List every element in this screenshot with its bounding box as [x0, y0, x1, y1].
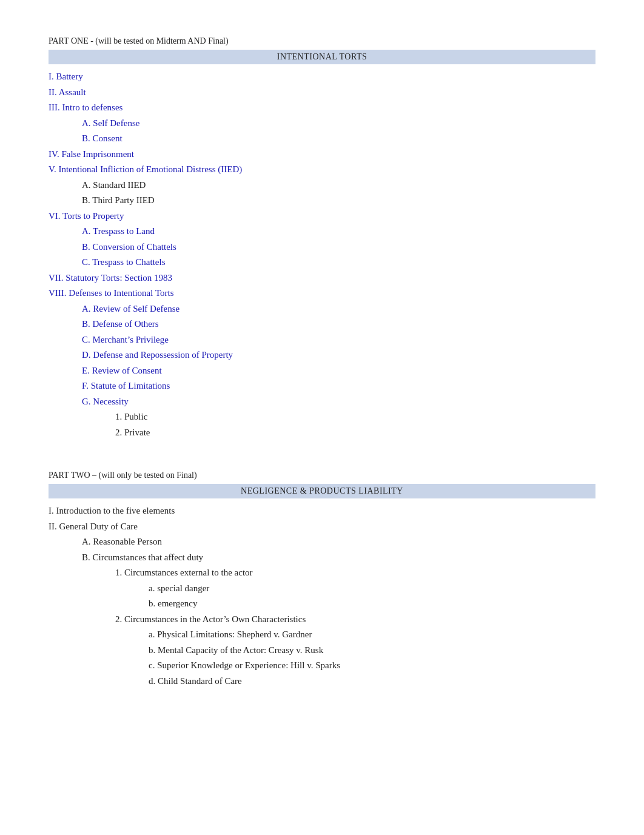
outline-item-18[interactable]: D. Defense and Repossession of Property: [82, 347, 595, 363]
outline-item-8[interactable]: a. Physical Limitations: Shepherd v. Gar…: [149, 627, 595, 643]
outline-item-17[interactable]: C. Merchant’s Privilege: [82, 332, 595, 348]
outline-item-21[interactable]: G. Necessity: [82, 394, 595, 410]
outline-item-10[interactable]: c. Superior Knowledge or Experience: Hil…: [149, 658, 595, 674]
outline-item-15[interactable]: A. Review of Self Defense: [82, 301, 595, 317]
outline-item-10[interactable]: A. Trespass to Land: [82, 224, 595, 240]
part-one-section: PART ONE - (will be tested on Midterm AN…: [49, 36, 595, 440]
outline-item-20[interactable]: F. Statute of Limitations: [82, 378, 595, 394]
outline-item-11[interactable]: d. Child Standard of Care: [149, 674, 595, 689]
outline-item-7[interactable]: A. Standard IIED: [82, 178, 595, 193]
part-two-outline: I. Introduction to the five elementsII. …: [49, 503, 595, 689]
outline-item-3[interactable]: B. Circumstances that affect duty: [82, 550, 595, 566]
outline-item-3[interactable]: A. Self Defense: [82, 116, 595, 132]
intentional-torts-banner: INTENTIONAL TORTS: [49, 50, 595, 64]
outline-item-19[interactable]: E. Review of Consent: [82, 363, 595, 379]
outline-item-22[interactable]: 1. Public: [115, 409, 595, 425]
outline-item-5[interactable]: IV. False Imprisonment: [49, 147, 595, 163]
outline-item-14[interactable]: VIII. Defenses to Intentional Torts: [49, 286, 595, 301]
part-two-section: PART TWO – (will only be tested on Final…: [49, 471, 595, 689]
outline-item-6[interactable]: b. emergency: [149, 596, 595, 612]
outline-item-2[interactable]: III. Intro to defenses: [49, 100, 595, 116]
part-one-header: PART ONE - (will be tested on Midterm AN…: [49, 36, 595, 46]
part-one-outline: I. BatteryII. AssaultIII. Intro to defen…: [49, 69, 595, 440]
outline-item-1[interactable]: II. General Duty of Care: [49, 519, 595, 535]
outline-item-7[interactable]: 2. Circumstances in the Actor’s Own Char…: [115, 612, 595, 628]
outline-item-4[interactable]: 1. Circumstances external to the actor: [115, 565, 595, 581]
outline-item-13[interactable]: VII. Statutory Torts: Section 1983: [49, 270, 595, 286]
outline-item-23[interactable]: 2. Private: [115, 425, 595, 441]
part-two-header: PART TWO – (will only be tested on Final…: [49, 471, 595, 480]
outline-item-1[interactable]: II. Assault: [49, 85, 595, 101]
outline-item-9[interactable]: VI. Torts to Property: [49, 209, 595, 224]
outline-item-5[interactable]: a. special danger: [149, 581, 595, 597]
outline-item-0[interactable]: I. Introduction to the five elements: [49, 503, 595, 519]
negligence-banner: NEGLIGENCE & PRODUCTS LIABILITY: [49, 484, 595, 498]
outline-item-12[interactable]: C. Trespass to Chattels: [82, 255, 595, 270]
outline-item-9[interactable]: b. Mental Capacity of the Actor: Creasy …: [149, 643, 595, 659]
outline-item-2[interactable]: A. Reasonable Person: [82, 534, 595, 550]
outline-item-16[interactable]: B. Defense of Others: [82, 317, 595, 332]
outline-item-4[interactable]: B. Consent: [82, 131, 595, 147]
outline-item-8[interactable]: B. Third Party IIED: [82, 193, 595, 209]
outline-item-6[interactable]: V. Intentional Infliction of Emotional D…: [49, 162, 595, 178]
outline-item-11[interactable]: B. Conversion of Chattels: [82, 240, 595, 255]
outline-item-0[interactable]: I. Battery: [49, 69, 595, 85]
